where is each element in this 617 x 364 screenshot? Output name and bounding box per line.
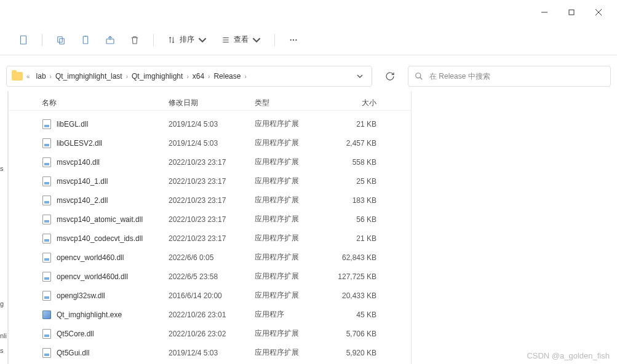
- file-name: Qt_imghighlight.exe: [57, 311, 122, 319]
- dll-icon: [42, 157, 52, 167]
- file-type: 应用程序扩展: [255, 195, 327, 205]
- view-button[interactable]: 查看: [215, 29, 267, 51]
- file-row[interactable]: msvcp140_2.dll2022/10/23 23:17应用程序扩展183 …: [9, 191, 411, 210]
- file-type: 应用程序扩展: [255, 252, 327, 263]
- file-row[interactable]: msvcp140.dll2022/10/23 23:17应用程序扩展558 KB: [9, 152, 411, 172]
- file-type: 应用程序扩展: [255, 157, 327, 167]
- file-row[interactable]: msvcp140_codecvt_ids.dll2022/10/23 23:17…: [9, 229, 411, 248]
- search-icon: [415, 72, 423, 81]
- maximize-button[interactable]: [558, 3, 585, 22]
- breadcrumb[interactable]: « lab›Qt_imghighlight_last›Qt_imghighlig…: [6, 66, 372, 87]
- file-size: 20,433 KB: [327, 291, 383, 300]
- file-name: libGLESV2.dll: [57, 139, 102, 148]
- dll-icon: [42, 253, 52, 263]
- divider: [153, 34, 154, 46]
- copy-button[interactable]: [50, 29, 72, 51]
- dll-icon: [42, 272, 52, 282]
- chevron-right-icon: ›: [243, 73, 247, 80]
- file-type: 应用程序扩展: [255, 271, 327, 282]
- dll-icon: [42, 138, 52, 148]
- column-size[interactable]: 大小: [327, 98, 383, 108]
- file-row[interactable]: opencv_world460.dll2022/6/6 0:05应用程序扩展62…: [9, 248, 411, 267]
- file-date: 2022/6/6 0:05: [169, 253, 255, 262]
- svg-line-13: [420, 77, 423, 80]
- column-name[interactable]: 名称: [9, 98, 169, 108]
- dll-icon: [42, 329, 52, 339]
- breadcrumb-item[interactable]: Qt_imghighlight_last: [53, 71, 125, 82]
- file-date: 2022/10/23 23:17: [169, 177, 255, 186]
- file-size: 5,920 KB: [327, 349, 383, 357]
- dll-icon: [42, 291, 52, 301]
- file-row[interactable]: msvcp140_1.dll2022/10/23 23:17应用程序扩展25 K…: [9, 172, 411, 191]
- file-size: 45 KB: [327, 311, 383, 319]
- file-date: 2019/12/4 5:03: [169, 349, 255, 357]
- new-button[interactable]: [12, 29, 34, 51]
- file-date: 2022/10/23 23:17: [169, 234, 255, 243]
- file-row[interactable]: msvcp140_atomic_wait.dll2022/10/23 23:17…: [9, 210, 411, 229]
- minimize-button[interactable]: [531, 3, 558, 22]
- file-name: Qt5Core.dll: [57, 330, 94, 338]
- file-row[interactable]: Qt5Core.dll2022/10/26 23:02应用程序扩展5,706 K…: [9, 324, 411, 343]
- sort-button[interactable]: 排序: [161, 29, 213, 51]
- search-input[interactable]: [429, 72, 604, 81]
- file-size: 21 KB: [327, 120, 383, 129]
- column-date[interactable]: 修改日期: [169, 98, 255, 108]
- file-date: 2016/6/14 20:00: [169, 291, 255, 300]
- file-name: msvcp140_2.dll: [57, 196, 108, 205]
- file-row[interactable]: Qt5Gui.dll2019/12/4 5:03应用程序扩展5,920 KB: [9, 343, 411, 362]
- file-type: 应用程序扩展: [255, 290, 327, 301]
- share-button[interactable]: [99, 29, 121, 51]
- file-type: 应用程序扩展: [255, 233, 327, 243]
- svg-rect-5: [58, 36, 63, 42]
- divider: [274, 34, 275, 46]
- file-row[interactable]: opengl32sw.dll2016/6/14 20:00应用程序扩展20,43…: [9, 286, 411, 305]
- file-size: 183 KB: [327, 196, 383, 205]
- exe-icon: [42, 310, 52, 320]
- chevron-down-icon[interactable]: [357, 73, 363, 79]
- close-button[interactable]: [585, 3, 612, 22]
- file-date: 2022/10/26 23:01: [169, 311, 255, 319]
- paste-button[interactable]: [74, 29, 97, 51]
- dll-icon: [42, 119, 52, 129]
- file-row[interactable]: libEGL.dll2019/12/4 5:03应用程序扩展21 KB: [9, 114, 411, 133]
- file-date: 2022/10/26 23:02: [169, 330, 255, 338]
- file-type: 应用程序扩展: [255, 347, 327, 358]
- file-size: 2,457 KB: [327, 139, 383, 148]
- file-type: 应用程序扩展: [255, 328, 327, 339]
- dll-icon: [42, 348, 52, 358]
- dll-icon: [42, 196, 52, 205]
- divider: [42, 34, 42, 46]
- file-name: libEGL.dll: [57, 120, 88, 129]
- more-button[interactable]: ···: [282, 36, 305, 44]
- breadcrumb-item[interactable]: Qt_imghighlight: [129, 71, 185, 82]
- breadcrumb-item[interactable]: Release: [211, 71, 243, 82]
- file-date: 2022/6/5 23:58: [169, 272, 255, 281]
- svg-point-12: [416, 73, 421, 78]
- file-name: msvcp140.dll: [57, 158, 100, 167]
- sort-label: 排序: [180, 34, 194, 45]
- details-pane: [411, 91, 617, 364]
- file-list: libEGL.dll2019/12/4 5:03应用程序扩展21 KBlibGL…: [9, 111, 411, 364]
- file-row[interactable]: Qt_imghighlight.exe2022/10/26 23:01应用程序4…: [9, 305, 411, 324]
- search-box[interactable]: [408, 66, 611, 87]
- file-row[interactable]: libGLESV2.dll2019/12/4 5:03应用程序扩展2,457 K…: [9, 133, 411, 152]
- svg-rect-6: [60, 38, 65, 44]
- dll-icon: [42, 234, 52, 243]
- svg-rect-7: [83, 36, 88, 44]
- toolbar: 排序 查看 ···: [0, 25, 617, 55]
- file-name: msvcp140_codecvt_ids.dll: [57, 234, 143, 243]
- sort-icon: [167, 36, 176, 44]
- dll-icon: [42, 176, 52, 186]
- refresh-button[interactable]: [380, 66, 400, 87]
- file-row[interactable]: opencv_world460d.dll2022/6/5 23:58应用程序扩展…: [9, 267, 411, 286]
- delete-button[interactable]: [124, 29, 146, 51]
- file-type: 应用程序扩展: [255, 119, 327, 129]
- file-name: msvcp140_atomic_wait.dll: [57, 215, 143, 224]
- breadcrumb-item[interactable]: x64: [190, 71, 207, 82]
- breadcrumb-item[interactable]: lab: [34, 71, 49, 82]
- file-name: msvcp140_1.dll: [57, 177, 108, 186]
- file-type: 应用程序扩展: [255, 214, 327, 224]
- column-type[interactable]: 类型: [255, 98, 327, 108]
- breadcrumb-overflow[interactable]: «: [25, 73, 31, 80]
- chevron-down-icon: [198, 36, 207, 44]
